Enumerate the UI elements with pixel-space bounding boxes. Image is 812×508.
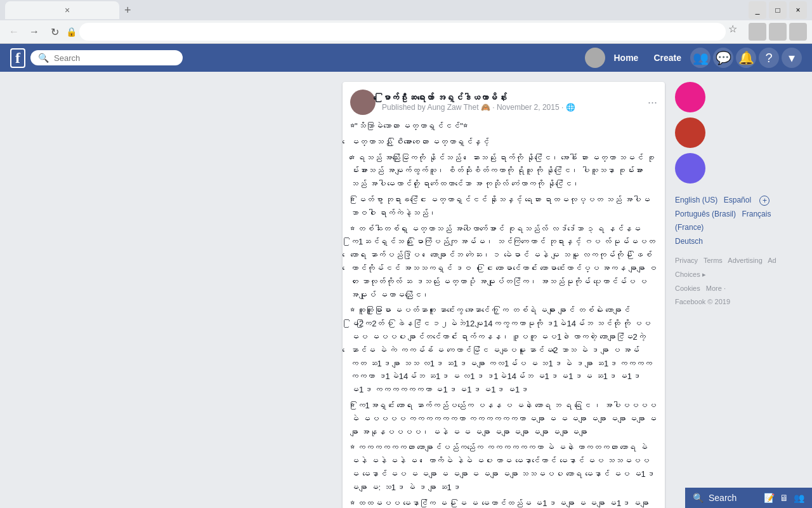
- post-author-avatar: [350, 90, 376, 115]
- nav-messenger-icon[interactable]: 💬: [713, 48, 733, 68]
- bottom-icon-3[interactable]: 👥: [794, 493, 804, 503]
- sidebar-avatar-2[interactable]: [675, 117, 705, 148]
- maximize-button[interactable]: □: [769, 1, 787, 19]
- nav-friends-icon[interactable]: 👥: [690, 48, 710, 68]
- bookmark-icon[interactable]: ☆: [728, 23, 746, 41]
- post-author-name: မြောက်ဦးဆရာတော် အရှင်ဒါယကာမိန်း: [382, 93, 648, 103]
- nav-help-icon[interactable]: ?: [759, 48, 779, 68]
- close-button[interactable]: ×: [789, 1, 807, 19]
- browser-chrome: × + _ □ × ← → ↻ 🔒 ☆: [0, 0, 812, 44]
- footer-links: Privacy Terms Advertising Ad Choices ▸ C…: [675, 253, 802, 295]
- search-icon: 🔍: [38, 53, 49, 63]
- globe-icon: 🌐: [566, 103, 575, 112]
- footer-cookies[interactable]: Cookies: [675, 284, 700, 292]
- sidebar-avatars: [675, 82, 802, 184]
- tab-close-button[interactable]: ×: [65, 5, 112, 15]
- search-box[interactable]: 🔍: [30, 50, 183, 65]
- main-layout: မြောက်ဦးဆရာတော် အရှင်ဒါယကာမိန်း Publishe…: [0, 72, 812, 508]
- ext-button-3[interactable]: [789, 23, 807, 41]
- refresh-button[interactable]: ↻: [46, 23, 63, 41]
- nav-create[interactable]: Create: [647, 49, 688, 67]
- footer-more[interactable]: More ·: [706, 284, 726, 292]
- secure-icon: 🔒: [66, 27, 77, 37]
- lang-add-icon[interactable]: +: [759, 196, 769, 206]
- browser-controls: ← → ↻ 🔒 ☆: [0, 20, 812, 43]
- post-body: ☆"သိသာမြဲသာသော မေတ္တာရှင်ငင်"☆ မေတ္တာသည်…: [350, 120, 657, 508]
- new-tab-button[interactable]: +: [122, 4, 134, 17]
- browser-extensions: [749, 23, 807, 41]
- bottom-search-icon: 🔍: [693, 493, 704, 503]
- nav-notifications-icon[interactable]: 🔔: [736, 48, 756, 68]
- search-input[interactable]: [54, 53, 168, 63]
- left-spacer: [10, 82, 332, 508]
- ext-button-1[interactable]: [749, 23, 766, 41]
- minimize-button[interactable]: _: [749, 1, 766, 19]
- bottom-search-bar[interactable]: 🔍 Search 📝 🖥 👥: [685, 488, 812, 508]
- facebook-nav: Home Create 👥 💬 🔔 ? ▾: [582, 48, 802, 68]
- footer-copyright: Facebook © 2019: [675, 298, 802, 305]
- lang-english[interactable]: English (US): [675, 196, 717, 204]
- bottom-icon-2[interactable]: 🖥: [780, 493, 789, 503]
- right-sidebar: English (US) Español + Português (Brasil…: [675, 82, 802, 508]
- facebook-header: f 🔍 Home Create 👥 💬 🔔 ? ▾: [0, 44, 812, 72]
- ext-button-2[interactable]: [769, 23, 787, 41]
- post-header: မြောက်ဦးဆရာတော် အရှင်ဒါယကာမိန်း Publishe…: [350, 90, 657, 115]
- nav-home[interactable]: Home: [608, 49, 645, 67]
- post-card: မြောက်ဦးဆရာတော် အရှင်ဒါယကာမိန်း Publishe…: [343, 82, 665, 508]
- post-container: မြောက်ဦးဆရာတော် အရှင်ဒါယကာမိန်း Publishe…: [343, 82, 665, 508]
- post-more-button[interactable]: ···: [648, 96, 657, 109]
- footer-privacy[interactable]: Privacy: [675, 257, 698, 264]
- post-meta: မြောက်ဦးဆရာတော် အရှင်ဒါယကာမိန်း Publishe…: [382, 93, 648, 112]
- language-links: English (US) Español + Português (Brasil…: [675, 194, 802, 248]
- browser-titlebar: × + _ □ ×: [0, 0, 812, 20]
- forward-button[interactable]: →: [25, 23, 43, 41]
- bottom-search-label: Search: [709, 493, 737, 503]
- language-section: English (US) Español + Português (Brasil…: [675, 194, 802, 248]
- nav-more-icon[interactable]: ▾: [782, 48, 802, 68]
- lang-deutsch[interactable]: Deutsch: [675, 237, 703, 246]
- footer-terms[interactable]: Terms: [704, 257, 723, 264]
- back-button[interactable]: ←: [5, 23, 23, 41]
- sidebar-avatar-3[interactable]: [675, 153, 705, 184]
- bottom-icon-1[interactable]: 📝: [764, 493, 775, 503]
- sidebar-avatar-1[interactable]: [675, 82, 705, 112]
- post-published-by: Published by Aung Zaw Thet 🙈 · November …: [382, 103, 648, 112]
- lang-portuguese[interactable]: Português (Brasil): [675, 210, 736, 218]
- browser-tab[interactable]: ×: [5, 1, 119, 19]
- footer-advertising[interactable]: Advertising: [728, 257, 762, 264]
- lang-espanol[interactable]: Español: [724, 196, 751, 204]
- address-bar[interactable]: [79, 23, 726, 41]
- profile-picture[interactable]: [585, 48, 605, 68]
- facebook-logo: f: [10, 48, 25, 68]
